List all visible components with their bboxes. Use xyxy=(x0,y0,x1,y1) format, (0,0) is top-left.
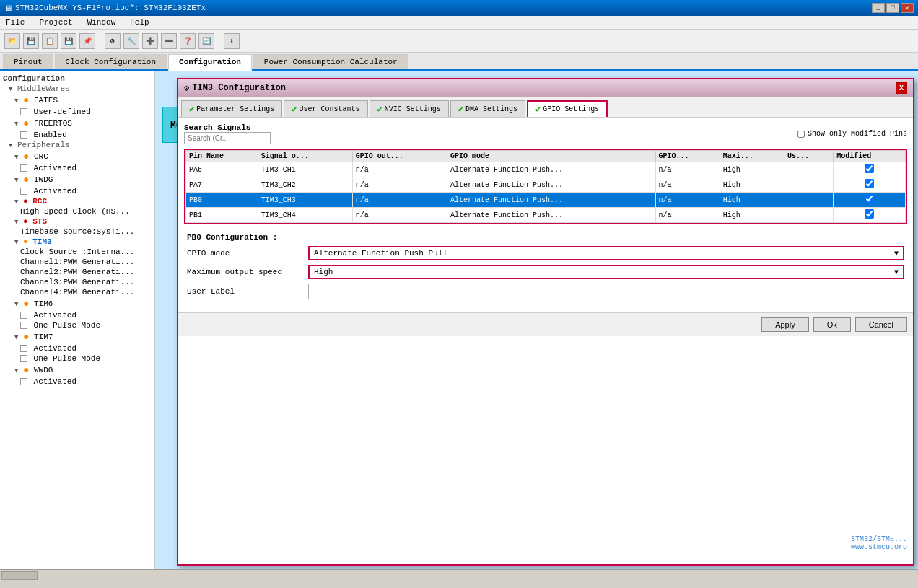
tab-parameter-settings[interactable]: ✔ Parameter Settings xyxy=(181,100,282,117)
menu-project[interactable]: Project xyxy=(36,17,75,27)
cell-signal: TIM3_CH2 xyxy=(258,177,352,193)
show-modified-checkbox[interactable] xyxy=(797,131,805,138)
tim6-one-pulse[interactable]: One Pulse Mode xyxy=(20,320,152,330)
maximize-button[interactable]: □ xyxy=(886,3,899,13)
tab-user-constants[interactable]: ✔ User Constants xyxy=(284,100,367,117)
cell-max: High xyxy=(720,177,784,193)
toolbar-btn-3[interactable]: 📋 xyxy=(42,33,58,49)
cell-gpio2: n/a xyxy=(655,208,720,223)
cell-pin: PB0 xyxy=(186,193,258,208)
tab-configuration[interactable]: Configuration xyxy=(168,54,252,71)
toolbar-btn-8[interactable]: ➕ xyxy=(142,33,158,49)
menu-file[interactable]: File xyxy=(3,17,27,27)
tab-power[interactable]: Power Consumption Calculator xyxy=(253,54,408,69)
cell-max: High xyxy=(720,162,784,177)
ok-button[interactable]: Ok xyxy=(813,317,851,332)
minimize-button[interactable]: _ xyxy=(872,3,885,13)
rcc-node[interactable]: ▼ ● RCC xyxy=(14,196,152,206)
tim7-node[interactable]: ▼ ● TIM7 xyxy=(14,330,152,343)
wwdg-node[interactable]: ▼ ● WWDG xyxy=(14,364,152,377)
show-modified-label: Show only Modified Pins xyxy=(808,130,907,138)
tim3-node[interactable]: ▼ ● TIM3 xyxy=(14,237,152,247)
gpio-mode-select[interactable]: Alternate Function Push Pull ▼ xyxy=(308,246,904,260)
toolbar-btn-7[interactable]: 🔧 xyxy=(123,33,139,49)
cell-gpio-out: n/a xyxy=(352,193,447,208)
wwdg-activated[interactable]: Activated xyxy=(20,377,152,387)
cell-max: High xyxy=(720,193,784,208)
table-row[interactable]: PA6 TIM3_CH1 n/a Alternate Function Push… xyxy=(186,162,906,177)
tim3-ch3: Channel3:PWM Generati... xyxy=(20,277,152,287)
fatfs-user-defined[interactable]: User-defined xyxy=(20,107,152,117)
toolbar-btn-10[interactable]: ❓ xyxy=(180,33,196,49)
cancel-button[interactable]: Cancel xyxy=(855,317,907,332)
peripherals-group: ▼ Peripherals ▼ ● CRC Activated ▼ ● IWDG xyxy=(9,140,152,387)
cell-gpio2: n/a xyxy=(655,162,720,177)
title-bar: 🖥 STM32CubeMX YS-F1Pro.ioc*: STM32F103ZE… xyxy=(0,0,918,16)
toolbar-btn-11[interactable]: 🔄 xyxy=(198,33,214,49)
dialog-titlebar: ⚙ TIM3 Configuration X xyxy=(178,79,913,97)
toolbar-btn-2[interactable]: 💾 xyxy=(23,33,39,49)
toolbar-btn-1[interactable]: 📂 xyxy=(4,33,20,49)
iwdg-node[interactable]: ▼ ● IWDG xyxy=(14,173,152,186)
toolbar-btn-4[interactable]: 💾 xyxy=(61,33,76,49)
col-modified: Modified xyxy=(834,151,906,162)
cell-gpio-out: n/a xyxy=(352,208,447,223)
freertos-node[interactable]: ▼ ● FREERTOS xyxy=(14,117,152,130)
max-speed-select[interactable]: High ▼ xyxy=(308,265,904,279)
tab-pinout[interactable]: Pinout xyxy=(3,54,53,69)
tim7-activated[interactable]: Activated xyxy=(20,343,152,354)
show-modified-row: Show only Modified Pins xyxy=(797,130,907,138)
toolbar-btn-5[interactable]: 📌 xyxy=(79,33,95,49)
table-row[interactable]: PB1 TIM3_CH4 n/a Alternate Function Push… xyxy=(186,208,906,223)
cell-signal: TIM3_CH3 xyxy=(258,193,352,208)
toolbar-btn-9[interactable]: ➖ xyxy=(161,33,177,49)
col-maxi: Maxi... xyxy=(720,151,784,162)
gpio-table-container: Pin Name Signal o... GPIO out... GPIO mo… xyxy=(184,149,907,224)
cell-gpio-mode: Alternate Function Push... xyxy=(447,193,656,208)
toolbar-separator xyxy=(100,35,100,48)
toolbar-btn-12[interactable]: ⬇ xyxy=(224,33,240,49)
user-label-input[interactable] xyxy=(308,284,904,299)
sts-node[interactable]: ▼ ● STS xyxy=(14,216,152,227)
middlewares-node[interactable]: ▼ MiddleWares xyxy=(9,84,152,94)
table-row[interactable]: PA7 TIM3_CH2 n/a Alternate Function Push… xyxy=(186,177,906,193)
apply-button[interactable]: Apply xyxy=(761,317,809,332)
gpio-mode-arrow: ▼ xyxy=(894,250,899,258)
cell-pin: PB1 xyxy=(186,208,258,223)
menu-window[interactable]: Window xyxy=(84,17,119,27)
search-row: Search Signals Show only Modified Pins xyxy=(184,123,907,144)
tab-gpio-settings[interactable]: ✔ GPIO Settings xyxy=(527,100,608,117)
cell-gpio2: n/a xyxy=(655,193,720,208)
col-pin-name: Pin Name xyxy=(186,151,258,162)
check-icon-1: ✔ xyxy=(189,104,194,115)
fatfs-node[interactable]: ▼ ● FATFS xyxy=(14,94,152,107)
cell-mod xyxy=(834,193,906,208)
search-input[interactable] xyxy=(184,132,271,144)
peripherals-node[interactable]: ▼ Peripherals xyxy=(9,140,152,150)
watermark: STM32/STMa... www.stmcu.org xyxy=(851,535,907,551)
crc-activated[interactable]: Activated xyxy=(20,163,152,173)
tim3-ch4: Channel4:PWM Generati... xyxy=(20,287,152,297)
menu-help[interactable]: Help xyxy=(127,17,152,27)
tim7-one-pulse[interactable]: One Pulse Mode xyxy=(20,354,152,364)
close-button[interactable]: ✕ xyxy=(901,3,914,13)
iwdg-activated[interactable]: Activated xyxy=(20,186,152,196)
dialog-content: Search Signals Show only Modified Pins xyxy=(178,118,913,312)
pb0-config-section: PB0 Configuration : GPIO mode Alternate … xyxy=(184,230,907,307)
tab-clock-config[interactable]: Clock Configuration xyxy=(55,54,167,69)
cell-gpio-out: n/a xyxy=(352,162,447,177)
tim6-activated[interactable]: Activated xyxy=(20,310,152,320)
toolbar: 📂 💾 📋 💾 📌 ⚙ 🔧 ➕ ➖ ❓ 🔄 ⬇ xyxy=(0,30,918,53)
tim6-node[interactable]: ▼ ● TIM6 xyxy=(14,297,152,310)
scroll-thumb[interactable] xyxy=(1,571,38,580)
tab-dma-settings[interactable]: ✔ DMA Settings xyxy=(450,100,525,117)
freertos-enabled[interactable]: Enabled xyxy=(20,130,152,140)
toolbar-btn-6[interactable]: ⚙ xyxy=(105,33,121,49)
tim3-dialog: ⚙ TIM3 Configuration X ✔ Parameter Setti… xyxy=(177,78,914,566)
crc-node[interactable]: ▼ ● CRC xyxy=(14,150,152,163)
cell-gpio-mode: Alternate Function Push... xyxy=(447,162,656,177)
dialog-close-button[interactable]: X xyxy=(896,82,907,94)
tab-nvic-settings[interactable]: ✔ NVIC Settings xyxy=(370,100,449,117)
table-row-selected[interactable]: PB0 TIM3_CH3 n/a Alternate Function Push… xyxy=(186,193,906,208)
dialog-title: ⚙ TIM3 Configuration xyxy=(184,83,286,94)
